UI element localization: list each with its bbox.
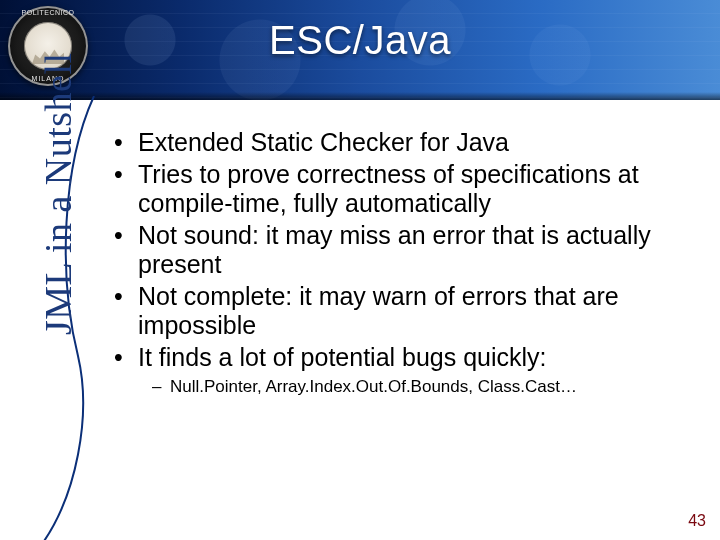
bullet-list: Extended Static Checker for Java Tries t…	[112, 128, 692, 397]
bullet-item: It finds a lot of potential bugs quickly…	[112, 343, 692, 398]
sub-bullet-item: Null.Pointer, Array.Index.Out.Of.Bounds,…	[152, 376, 692, 397]
bullet-text: Tries to prove correctness of specificat…	[138, 160, 639, 218]
bullet-text: Not sound: it may miss an error that is …	[138, 221, 651, 279]
slide-title: ESC/Java	[0, 18, 720, 63]
bullet-text: Not complete: it may warn of errors that…	[138, 282, 619, 340]
bullet-item: Not sound: it may miss an error that is …	[112, 221, 692, 280]
sub-bullet-list: Null.Pointer, Array.Index.Out.Of.Bounds,…	[152, 376, 692, 397]
sub-bullet-text: Null.Pointer, Array.Index.Out.Of.Bounds,…	[170, 377, 577, 396]
bullet-text: Extended Static Checker for Java	[138, 128, 509, 156]
content-area: Extended Static Checker for Java Tries t…	[112, 128, 692, 399]
bullet-item: Tries to prove correctness of specificat…	[112, 160, 692, 219]
page-number: 43	[688, 512, 706, 530]
logo-top-text: POLITECNICO	[8, 9, 88, 16]
bullet-item: Extended Static Checker for Java	[112, 128, 692, 158]
bullet-item: Not complete: it may warn of errors that…	[112, 282, 692, 341]
bullet-text: It finds a lot of potential bugs quickly…	[138, 343, 547, 371]
slide: POLITECNICO MILANO ESC/Java JML in a Nut…	[0, 0, 720, 540]
sidebar-vertical-label: JML in a Nutshell	[36, 52, 80, 335]
